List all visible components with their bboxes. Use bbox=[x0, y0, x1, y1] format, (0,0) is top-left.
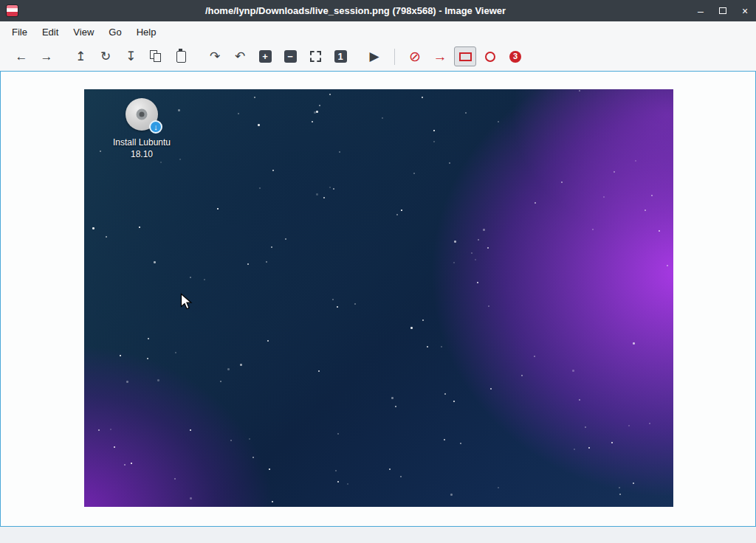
star bbox=[444, 439, 445, 440]
toolbar-separator bbox=[394, 49, 395, 65]
draw-circle-button[interactable] bbox=[479, 46, 501, 66]
star bbox=[312, 121, 313, 122]
copy-button[interactable] bbox=[145, 46, 167, 66]
maximize-icon bbox=[719, 7, 726, 14]
paste-button[interactable] bbox=[170, 46, 192, 66]
star bbox=[433, 141, 435, 142]
back-button[interactable]: ← bbox=[10, 46, 32, 66]
image-scroll-area[interactable]: ↓ Install Lubuntu 18.10 bbox=[0, 71, 756, 527]
star bbox=[190, 429, 191, 431]
star bbox=[100, 151, 101, 152]
fit-window-button[interactable] bbox=[304, 46, 326, 66]
star bbox=[633, 342, 635, 345]
mouse-cursor bbox=[180, 293, 193, 311]
original-size-icon: 1 bbox=[334, 50, 347, 63]
menu-view[interactable]: View bbox=[66, 23, 101, 41]
play-icon: ▶ bbox=[369, 49, 379, 64]
rotate-cw-icon: ↷ bbox=[210, 49, 220, 64]
draw-rectangle-button[interactable] bbox=[454, 46, 476, 66]
zoom-in-button[interactable]: + bbox=[254, 46, 276, 66]
window-title: /home/lynp/Downloads/live_session.png (7… bbox=[23, 5, 688, 16]
zoom-out-button[interactable]: − bbox=[279, 46, 301, 66]
window-controls: – × bbox=[695, 6, 750, 16]
star bbox=[487, 247, 489, 249]
star bbox=[160, 162, 162, 163]
disc-icon: ↓ bbox=[126, 98, 158, 131]
draw-circle-icon bbox=[485, 52, 495, 62]
paste-icon bbox=[176, 51, 186, 63]
star bbox=[389, 468, 391, 470]
titlebar: /home/lynp/Downloads/live_session.png (7… bbox=[0, 0, 756, 21]
minimize-button[interactable]: – bbox=[695, 6, 706, 16]
star bbox=[585, 426, 586, 428]
draw-arrow-icon: → bbox=[433, 49, 447, 65]
menu-edit[interactable]: Edit bbox=[35, 23, 66, 41]
star bbox=[490, 388, 492, 390]
star bbox=[124, 464, 126, 466]
star bbox=[465, 112, 467, 114]
rotate-ccw-icon: ↶ bbox=[235, 49, 245, 64]
maximize-button[interactable] bbox=[718, 6, 728, 16]
star bbox=[422, 97, 423, 98]
star bbox=[395, 406, 396, 407]
star bbox=[175, 352, 176, 353]
star bbox=[628, 425, 630, 426]
star bbox=[667, 265, 668, 266]
star bbox=[453, 401, 455, 402]
star bbox=[488, 305, 489, 307]
star bbox=[633, 483, 634, 484]
star bbox=[535, 202, 536, 204]
star bbox=[258, 124, 260, 126]
star bbox=[592, 229, 594, 230]
rotate-ccw-button[interactable]: ↶ bbox=[229, 46, 251, 66]
zoom-in-icon: + bbox=[259, 50, 272, 63]
star bbox=[267, 340, 269, 342]
star bbox=[217, 208, 219, 210]
star bbox=[433, 130, 435, 131]
menu-help[interactable]: Help bbox=[129, 23, 164, 41]
close-button[interactable]: × bbox=[740, 6, 750, 16]
rotate-cw-button[interactable]: ↷ bbox=[204, 46, 226, 66]
star bbox=[98, 429, 100, 431]
star bbox=[449, 162, 450, 164]
back-icon: ← bbox=[16, 49, 28, 64]
star bbox=[400, 476, 402, 477]
forward-button[interactable]: → bbox=[35, 46, 58, 66]
star bbox=[247, 263, 249, 265]
star bbox=[475, 259, 476, 260]
star bbox=[460, 443, 461, 444]
star bbox=[227, 368, 230, 370]
save-button[interactable]: ↧ bbox=[120, 46, 142, 66]
slideshow-play-button[interactable]: ▶ bbox=[363, 46, 385, 66]
menu-file[interactable]: File bbox=[4, 23, 35, 41]
star bbox=[422, 319, 424, 321]
star bbox=[333, 188, 334, 190]
star bbox=[450, 494, 453, 496]
star bbox=[391, 397, 394, 399]
reload-icon: ↻ bbox=[100, 49, 111, 64]
star bbox=[204, 279, 205, 280]
reload-button[interactable]: ↻ bbox=[94, 46, 117, 66]
menu-go[interactable]: Go bbox=[101, 23, 128, 41]
star bbox=[521, 375, 523, 376]
star bbox=[396, 214, 398, 215]
star bbox=[285, 238, 286, 240]
draw-none-button[interactable]: ⊘ bbox=[404, 46, 426, 66]
star bbox=[453, 262, 455, 263]
star bbox=[271, 246, 272, 248]
star bbox=[126, 381, 128, 383]
star bbox=[335, 470, 337, 471]
image-viewer-window: /home/lynp/Downloads/live_session.png (7… bbox=[0, 0, 756, 543]
draw-arrow-button[interactable]: → bbox=[429, 46, 451, 66]
draw-number-icon: 3 bbox=[509, 51, 521, 63]
star bbox=[410, 327, 413, 329]
star bbox=[645, 210, 646, 211]
upload-button[interactable]: ↥ bbox=[69, 46, 92, 66]
star bbox=[92, 227, 94, 229]
draw-number-button[interactable]: 3 bbox=[504, 46, 526, 66]
star bbox=[337, 306, 338, 308]
star bbox=[157, 379, 159, 381]
original-size-button[interactable]: 1 bbox=[329, 46, 351, 66]
star bbox=[120, 355, 121, 356]
star bbox=[323, 197, 325, 198]
